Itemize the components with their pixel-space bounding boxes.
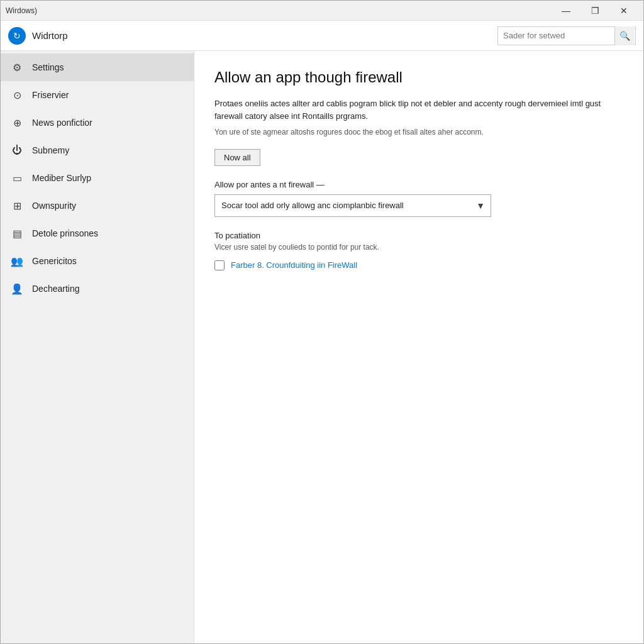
friservier-icon: ⊙: [11, 89, 23, 101]
search-button[interactable]: 🔍: [614, 26, 635, 45]
allow-section-label: Allow por antes a nt firewall —: [214, 180, 623, 189]
sidebar-item-subnemy[interactable]: ⏻ Subnemy: [1, 136, 194, 164]
sidebar: ⚙ Settings ⊙ Friservier ⊕ News ponfictio…: [1, 51, 194, 643]
main-window: Wirdows) — ❒ ✕ ↻ Widrtorp 🔍 ⚙ Settings ⊙…: [0, 0, 644, 644]
ownspurity-icon: ⊞: [11, 199, 23, 212]
sidebar-label-friservier: Friservier: [32, 90, 69, 100]
window-title: Wirdows): [6, 6, 37, 15]
search-input[interactable]: [498, 27, 614, 45]
window-controls: — ❒ ✕: [552, 1, 638, 21]
settings-icon: ⚙: [11, 61, 23, 74]
address-bar: ↻ Widrtorp 🔍: [1, 21, 643, 51]
genericitos-icon: 👥: [11, 255, 23, 267]
minimize-button[interactable]: —: [552, 1, 580, 21]
sidebar-item-ownspurity[interactable]: ⊞ Ownspurity: [1, 192, 194, 219]
page-title: Allow an app though firewall: [214, 69, 623, 86]
allow-dropdown-section: Allow por antes a nt firewall — Socar to…: [214, 180, 623, 217]
description-text: Protaes oneliis actes allter ard cablis …: [214, 97, 623, 122]
dechearting-icon: 👤: [11, 282, 23, 295]
sub-description: Yon ure of ste agmear altoshs rogures do…: [214, 127, 623, 138]
sidebar-label-detole: Detole prinsones: [32, 228, 98, 238]
mediber-icon: ▭: [11, 172, 23, 184]
sidebar-label-settings: Settings: [32, 62, 64, 72]
sidebar-item-settings[interactable]: ⚙ Settings: [1, 53, 194, 81]
news-icon: ⊕: [11, 116, 23, 129]
close-button[interactable]: ✕: [609, 1, 638, 21]
title-bar: Wirdows) — ❒ ✕: [1, 1, 643, 21]
sidebar-label-subnemy: Subnemy: [32, 145, 69, 155]
sidebar-label-dechearting: Dechearting: [32, 284, 80, 294]
sidebar-label-mediber: Mediber Surlyp: [32, 173, 91, 183]
firewall-checkbox[interactable]: [214, 260, 225, 270]
sidebar-item-genericitos[interactable]: 👥 Genericitos: [1, 247, 194, 275]
to-section: To pcatiation Vicer usre satel by coulie…: [214, 231, 623, 270]
sidebar-label-news: News ponfictior: [32, 118, 92, 128]
main-area: ⚙ Settings ⊙ Friservier ⊕ News ponfictio…: [1, 51, 643, 643]
sidebar-item-friservier[interactable]: ⊙ Friservier: [1, 81, 194, 109]
to-section-title: To pcatiation: [214, 231, 623, 240]
subnemy-icon: ⏻: [11, 144, 23, 157]
title-bar-left: Wirdows): [6, 6, 37, 15]
firewall-checkbox-label[interactable]: Farber 8. Crounfduiting iin FireWall: [231, 260, 357, 270]
sidebar-item-detole-prinsones[interactable]: ▤ Detole prinsones: [1, 219, 194, 247]
sidebar-item-dechearting[interactable]: 👤 Dechearting: [1, 275, 194, 303]
now-all-button[interactable]: Now all: [214, 149, 260, 166]
sidebar-label-ownspurity: Ownspurity: [32, 201, 76, 211]
firewall-dropdown[interactable]: Socar tool add orly allowg anc ciomplanb…: [214, 194, 491, 217]
maximize-button[interactable]: ❒: [580, 1, 609, 21]
back-icon[interactable]: ↻: [8, 27, 26, 45]
sidebar-item-news-ponfiction[interactable]: ⊕ News ponfictior: [1, 109, 194, 136]
sidebar-label-genericitos: Genericitos: [32, 256, 77, 266]
address-title: Widrtorp: [32, 30, 491, 41]
search-box: 🔍: [497, 26, 636, 45]
detole-icon: ▤: [11, 227, 23, 240]
to-section-subtitle: Vicer usre satel by coulieds to pontid f…: [214, 243, 623, 252]
dropdown-wrapper: Socar tool add orly allowg anc ciomplanb…: [214, 194, 491, 217]
checkbox-row: Farber 8. Crounfduiting iin FireWall: [214, 260, 623, 270]
sidebar-item-mediber-surlyp[interactable]: ▭ Mediber Surlyp: [1, 164, 194, 192]
content-area: Allow an app though firewall Protaes one…: [194, 51, 643, 643]
